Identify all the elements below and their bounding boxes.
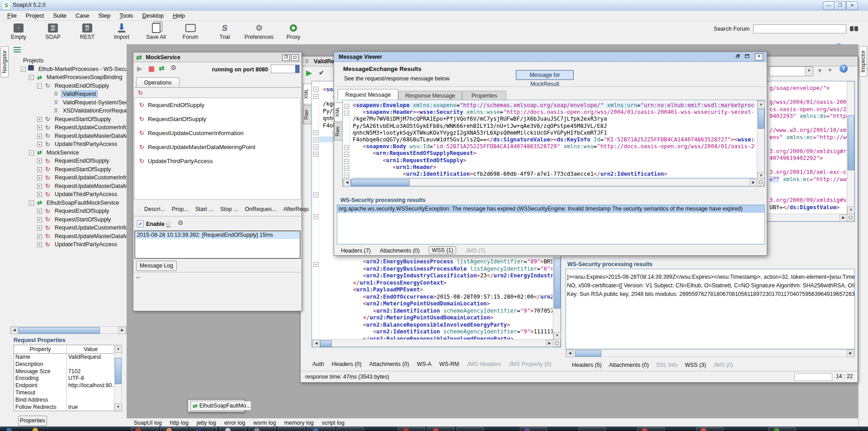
property-row-name[interactable]: NameValidRequest: [14, 354, 114, 361]
collapse-icon[interactable]: −: [29, 75, 34, 80]
wss-hscroll-thumb[interactable]: [575, 350, 601, 357]
mock-options-gear-icon[interactable]: ⚙: [170, 64, 176, 72]
tab-http-log[interactable]: http log: [170, 420, 189, 426]
property-row-message-size[interactable]: Message Size7102: [14, 368, 114, 375]
submit-to-endpoint-icon[interactable]: ✔: [319, 69, 324, 76]
collapse-icon[interactable]: −: [21, 67, 26, 72]
tree-item-updatethirdpartyaccess[interactable]: +↻UpdateThirdPartyAccess: [10, 240, 118, 248]
taskbar-button[interactable]: [190, 427, 217, 431]
fold-toggle[interactable]: −: [344, 145, 349, 150]
help-icon[interactable]: ?: [840, 65, 848, 73]
taskbar-button[interactable]: [427, 427, 454, 431]
scroll-left-icon[interactable]: ◀: [312, 340, 320, 347]
tree-item-requestupdatecustomerinform-[interactable]: +↻RequestUpdateCustomerInform...: [10, 123, 127, 131]
tree-item-elhubsoapfaultmockservice[interactable]: −⇄ElhubSoapFaultMockService: [10, 199, 121, 207]
property-row-timeout[interactable]: Timeout: [14, 389, 114, 397]
windows-taskbar[interactable]: [0, 426, 868, 431]
fold-toggle[interactable]: −: [344, 104, 349, 109]
log-options-gear-icon[interactable]: ⚙: [178, 219, 184, 226]
tab-inspector[interactable]: Inspector: [859, 46, 867, 76]
scroll-right-icon[interactable]: ▶: [546, 340, 553, 347]
close-button[interactable]: ✕: [846, 1, 858, 10]
tree-item-requestupdatemasterdatameter-[interactable]: +↻RequestUpdateMasterDataMeter...: [10, 232, 127, 240]
operation-requestupdatemasterdatameteringpoint[interactable]: ↻RequestUpdateMasterDataMeteringPoint: [139, 144, 255, 150]
soap-button[interactable]: SO APSOAP: [39, 22, 67, 40]
tab-xml-viewer[interactable]: XML: [334, 103, 343, 122]
tab-xml-request[interactable]: XML: [303, 84, 312, 104]
fold-toggle[interactable]: −: [313, 137, 318, 142]
preferences-button[interactable]: ⚙Preferences: [245, 22, 273, 40]
tree-item-validrequest[interactable]: SOAPValidRequest: [10, 90, 97, 98]
empty-button[interactable]: *Empty: [5, 22, 33, 40]
expand-icon[interactable]: +: [37, 234, 42, 239]
proxy-button[interactable]: Proxy: [279, 22, 307, 40]
taskbar-app-icon[interactable]: [642, 428, 647, 431]
trial-button[interactable]: STrial: [211, 22, 239, 40]
viewer-hscrollbar[interactable]: ◀ ▶: [343, 178, 758, 186]
filter-icon[interactable]: ▼: [817, 67, 823, 74]
taskbar-button[interactable]: [249, 427, 276, 431]
menu-step[interactable]: Step: [94, 12, 115, 19]
scroll-down-icon[interactable]: ▼: [847, 206, 855, 214]
menu-case[interactable]: Case: [71, 12, 94, 19]
tab-properties[interactable]: Properties: [18, 416, 47, 426]
column-value[interactable]: Value: [67, 345, 114, 353]
taskbar-button[interactable]: [278, 427, 305, 431]
property-row-follow-redirects[interactable]: Follow Redirectstrue: [14, 404, 114, 411]
mock-service-titlebar[interactable]: ⇄ MockService ❐ ▢: [133, 52, 302, 62]
tab-request-message[interactable]: Request Message: [338, 89, 398, 100]
clear-log-icon[interactable]: ◇: [166, 220, 170, 227]
operation-requeststartofsupply[interactable]: ↻RequestStartOfSupply: [139, 116, 206, 122]
taskbar-button[interactable]: [398, 427, 425, 431]
operation-updatethirdpartyaccess[interactable]: ↻UpdateThirdPartyAccess: [139, 158, 213, 164]
restore-icon[interactable]: 🗗: [735, 54, 741, 60]
zoom-xml-icon[interactable]: [553, 339, 561, 347]
assertion-dropdown[interactable]: ▼: [769, 66, 813, 76]
request-hscrollbar[interactable]: ◀ ▶: [312, 339, 554, 347]
column-property[interactable]: Property: [14, 345, 67, 353]
start-mock-icon[interactable]: ▶: [137, 65, 142, 73]
expand-icon[interactable]: +: [37, 184, 42, 189]
tree-hscroll-thumb[interactable]: [19, 327, 100, 334]
tab-jms-property-0-[interactable]: JMS Property (0): [509, 361, 551, 367]
taskbar-button[interactable]: [637, 427, 665, 431]
taskbar-app-icon[interactable]: [33, 428, 38, 431]
minimize-button[interactable]: —: [823, 1, 835, 10]
menu-project[interactable]: Project: [21, 12, 48, 19]
tab-script-log[interactable]: script log: [322, 420, 344, 426]
enable-checkbox[interactable]: ✔: [137, 220, 144, 227]
collapse-icon[interactable]: −: [29, 150, 34, 155]
property-row-description[interactable]: Description: [14, 361, 114, 368]
scroll-up-icon[interactable]: ▲: [114, 345, 122, 353]
fold-toggle[interactable]: −: [313, 145, 318, 150]
tree-item-requeststartofsupply[interactable]: +↻RequestStartOfSupply: [10, 216, 112, 224]
taskbar-app-icon[interactable]: [6, 428, 12, 431]
taskbar-app-icon[interactable]: [166, 428, 172, 431]
properties-scroll-thumb[interactable]: [115, 358, 122, 384]
tree-item-validrequest-system-securit-[interactable]: SOAPValidRequest-System/Securit...: [10, 98, 127, 107]
tab-error-log[interactable]: error log: [224, 420, 245, 426]
taskbar-app-icon[interactable]: [254, 428, 259, 431]
tree-hscrollbar[interactable]: ◀ ▶: [10, 326, 127, 334]
tab-jetty-log[interactable]: jetty log: [197, 420, 216, 426]
expand-icon[interactable]: +: [37, 192, 42, 197]
property-row-endpoint[interactable]: Endpointhttp://localhost:80...: [14, 382, 114, 389]
tree-item-elhub-marketprocesses-ws-security[interactable]: −Elhub-MarketProcesses - WS-Security: [10, 65, 127, 73]
rest-button[interactable]: RE STREST: [73, 22, 101, 40]
expand-icon[interactable]: +: [37, 134, 42, 139]
forum-button[interactable]: Forum: [176, 22, 204, 40]
tree-item-requestendofsupply[interactable]: +↻RequestEndOfSupply: [10, 157, 110, 165]
scroll-right-icon[interactable]: ▶: [847, 350, 854, 357]
taskbar-button[interactable]: [131, 427, 158, 431]
tab-prop-[interactable]: Prop...: [172, 206, 189, 212]
wss-hscrollbar[interactable]: ◀ ▶: [566, 349, 855, 357]
scroll-right-icon[interactable]: ▶: [840, 214, 847, 222]
response-vscrollbar[interactable]: ▼: [847, 81, 854, 215]
property-row-encoding[interactable]: EncodingUTF-8: [14, 375, 114, 382]
operation-requestendofsupply[interactable]: ↻RequestEndOfSupply: [139, 102, 204, 108]
tree-item-mockservice[interactable]: −⇄MockService: [10, 149, 80, 157]
fold-toggle[interactable]: −: [313, 87, 318, 92]
tab-headers-0-[interactable]: Headers (0): [332, 361, 362, 367]
tree-item-xsdvalidationerrorrequest[interactable]: SOAPXSDValidationErrorRequest: [10, 107, 127, 115]
menu-help[interactable]: Help: [168, 12, 189, 19]
